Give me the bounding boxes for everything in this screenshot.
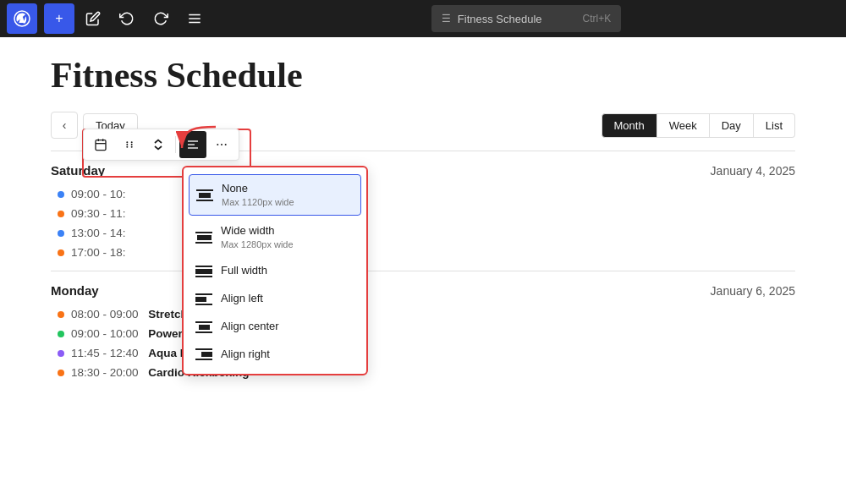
chevron-left-icon: ‹: [63, 118, 67, 132]
cal-prev-button[interactable]: ‹: [51, 112, 78, 139]
event-time: 09:30 - 11:: [71, 207, 126, 220]
page-title: Fitness Schedule: [51, 54, 795, 96]
undo-button[interactable]: [112, 3, 142, 34]
calendar-icon: [94, 138, 107, 151]
edit-icon: [85, 11, 101, 26]
search-bar[interactable]: ☰ Fitness Schedule Ctrl+K: [431, 5, 621, 32]
dropdown-item-align-left[interactable]: Align left: [184, 285, 366, 313]
block-type-button[interactable]: [87, 131, 114, 158]
cal-week-button[interactable]: Week: [657, 113, 710, 138]
wp-logo[interactable]: [7, 3, 37, 34]
wp-logo-icon: [14, 10, 30, 27]
event-time: 09:00 - 10:00: [71, 327, 139, 340]
svg-point-10: [126, 146, 128, 148]
dropdown-item-wide[interactable]: Wide width Max 1280px wide: [184, 217, 366, 257]
svg-point-11: [131, 146, 133, 148]
event-dot-orange: [58, 249, 64, 256]
cal-event-sat-1[interactable]: 09:00 - 10:: [51, 184, 795, 204]
cal-list-button[interactable]: List: [754, 113, 795, 138]
editor-area: Fitness Schedule: [0, 37, 846, 408]
event-dot-orange: [58, 370, 64, 376]
document-icon: ☰: [442, 13, 451, 25]
plus-icon: +: [55, 11, 63, 26]
svg-point-12: [126, 144, 128, 145]
list-view-button[interactable]: [179, 3, 210, 34]
redo-button[interactable]: [146, 3, 176, 34]
event-time: 17:00 - 18:: [71, 246, 126, 259]
cal-event-mon-4[interactable]: 18:30 - 20:00 Cardio Kickboxing: [51, 363, 795, 382]
top-toolbar: + ☰ Fitness Schedule Ctrl+K: [0, 0, 846, 37]
redo-icon: [153, 11, 168, 26]
list-icon: [187, 11, 202, 26]
move-up-down-button[interactable]: [145, 131, 172, 158]
cal-day-saturday: Saturday January 4, 2025 09:00 - 10: 09:…: [51, 151, 795, 271]
cal-day-name-saturday: Saturday: [51, 163, 105, 178]
cal-event-mon-2[interactable]: 09:00 - 10:00 Power Strength: [51, 324, 795, 343]
cal-day-name-monday: Monday: [51, 283, 99, 298]
svg-point-8: [126, 141, 128, 143]
svg-point-19: [225, 144, 227, 145]
cal-event-mon-3[interactable]: 11:45 - 12:40 Aqua Pump: [51, 343, 795, 363]
wide-width-icon: [195, 232, 212, 244]
event-time: 11:45 - 12:40: [71, 347, 139, 359]
wide-text: Wide width Max 1280px wide: [221, 224, 354, 250]
none-width-icon: [196, 189, 213, 201]
event-time: 08:00 - 09:00: [71, 308, 139, 320]
event-dot-blue: [58, 230, 64, 237]
undo-icon: [119, 11, 135, 26]
cal-day-header-monday: Monday January 6, 2025: [51, 280, 795, 304]
full-width-text: Full width: [221, 264, 354, 278]
event-time: 09:00 - 10:: [71, 188, 126, 200]
cal-day-button[interactable]: Day: [710, 113, 754, 138]
event-dot-orange: [58, 211, 64, 217]
event-dot-blue: [58, 191, 64, 198]
cal-event-sat-2[interactable]: 09:30 - 11:: [51, 204, 795, 223]
align-left-icon: [195, 293, 212, 305]
align-left-text: Align left: [221, 292, 354, 306]
svg-point-9: [131, 141, 133, 143]
dropdown-item-align-center[interactable]: Align center: [184, 313, 366, 341]
arrow-indicator: [173, 118, 224, 164]
edit-button[interactable]: [78, 3, 108, 34]
dropdown-item-full[interactable]: Full width: [184, 257, 366, 285]
search-bar-title: Fitness Schedule: [458, 13, 542, 25]
align-right-text: Align right: [221, 348, 354, 362]
cal-day-date-saturday: January 4, 2025: [711, 164, 795, 178]
search-shortcut: Ctrl+K: [583, 13, 612, 25]
cal-event-sat-3[interactable]: 13:00 - 14:: [51, 223, 795, 243]
dropdown-item-align-right[interactable]: Align right: [184, 341, 366, 369]
event-dot-orange: [58, 311, 64, 318]
cal-day-header-saturday: Saturday January 4, 2025: [51, 160, 795, 184]
none-text: None Max 1120px wide: [222, 182, 354, 208]
cal-day-date-monday: January 6, 2025: [711, 284, 795, 298]
dropdown-menu: None Max 1120px wide Wide width Max 1280…: [182, 166, 368, 375]
cal-event-mon-1[interactable]: 08:00 - 09:00 Stretch: [51, 304, 795, 324]
drag-handle-button[interactable]: [116, 131, 143, 158]
align-center-icon: [195, 321, 212, 333]
full-width-icon: [195, 266, 212, 277]
align-right-icon: [195, 348, 212, 360]
cal-event-sat-4[interactable]: 17:00 - 18:: [51, 243, 795, 262]
cal-day-monday: Monday January 6, 2025 08:00 - 09:00 Str…: [51, 271, 795, 391]
svg-point-13: [131, 144, 133, 145]
chevron-updown-icon: [151, 138, 165, 151]
grid-icon: [123, 138, 136, 151]
align-center-text: Align center: [221, 320, 354, 334]
cal-view-buttons: Month Week Day List: [602, 113, 796, 138]
add-block-button[interactable]: +: [44, 3, 74, 34]
dropdown-item-none[interactable]: None Max 1120px wide: [189, 174, 361, 216]
event-time: 18:30 - 20:00: [71, 366, 139, 379]
event-time: 13:00 - 14:: [71, 227, 126, 239]
svg-rect-4: [96, 140, 106, 151]
cal-month-button[interactable]: Month: [602, 113, 657, 138]
event-dot-purple: [58, 350, 64, 357]
event-dot-green: [58, 331, 64, 337]
